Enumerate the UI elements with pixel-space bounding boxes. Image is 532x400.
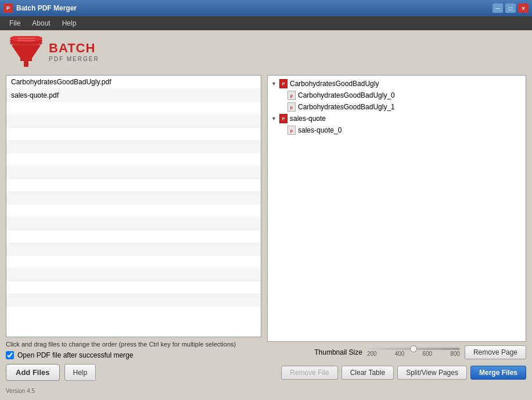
empty-row [6,217,261,230]
left-panel: CarbohydratesGoodBadUgly.pdf sales-quote… [6,75,261,359]
open-pdf-checkbox[interactable] [6,351,14,359]
split-view-pages-button[interactable]: Split/View Pages [397,366,467,380]
tree-node-1-child-1[interactable]: p CarbohydratesGoodBadUgly_1 [270,101,523,113]
empty-row [6,141,261,153]
empty-row [6,128,261,141]
svg-rect-5 [24,61,28,67]
app-title: Batch PDF Merger [16,4,77,12]
app-icon: P [3,3,13,13]
empty-row [6,153,261,166]
help-button[interactable]: Help [64,364,96,381]
bottom-right: Remove File Clear Table Split/View Pages… [281,366,526,380]
minimize-button[interactable]: ─ [493,3,503,13]
empty-row [6,243,261,256]
right-panel: ▼ P CarbohydratesGoodBadUgly p Carbohydr… [267,75,526,359]
menu-help[interactable]: Help [57,18,81,28]
remove-page-button[interactable]: Remove Page [465,345,526,359]
tree-node-2-child-0-label: sales-quote_0 [298,126,342,134]
tree-node-2[interactable]: ▼ P sales-quote [270,113,523,124]
close-button[interactable]: ✕ [518,3,529,13]
file-row[interactable]: sales-quote.pdf [6,89,261,102]
tree-arrow-1: ▼ [271,81,277,87]
pdf-page-icon: p [287,91,296,100]
title-bar: P Batch PDF Merger ─ □ ✕ [0,0,532,16]
menu-file[interactable]: File [5,18,25,28]
empty-row [6,192,261,205]
tree-node-2-label: sales-quote [290,115,326,123]
logo-area: BATCH PDF MERGER [6,36,526,68]
pdf-icon-2: P [279,114,287,123]
logo-subtext: PDF MERGER [49,56,99,62]
empty-row [6,281,261,294]
thumbnail-size-label: Thumbnail Size [314,348,362,356]
main-content: BATCH PDF MERGER CarbohydratesGoodBadUgl… [0,30,532,400]
panels: CarbohydratesGoodBadUgly.pdf sales-quote… [6,75,526,359]
pdf-page-icon: p [287,126,296,135]
bottom-left: Add Files Help [6,364,96,381]
empty-row [6,256,261,269]
thumbnail-row: Thumbnail Size 200 400 600 800 Remove Pa… [267,345,526,359]
slider-container: 200 400 600 800 [367,348,460,357]
tree-node-1-child-1-label: CarbohydratesGoodBadUgly_1 [298,103,395,111]
logo-batch-text: BATCH [49,42,99,55]
empty-row [6,269,261,281]
tree-node-1-child-0[interactable]: p CarbohydratesGoodBadUgly_0 [270,90,523,101]
logo-text: BATCH PDF MERGER [49,42,99,62]
maximize-button[interactable]: □ [505,3,516,13]
tree-node-1-label: CarbohydratesGoodBadUgly [290,80,379,88]
empty-row [6,179,261,192]
svg-marker-3 [12,45,41,58]
tree-view[interactable]: ▼ P CarbohydratesGoodBadUgly p Carbohydr… [267,75,526,342]
hint-text: Click and drag files to change the order… [6,341,261,348]
bottom-row: Add Files Help Remove File Clear Table S… [6,364,526,381]
tree-node-1[interactable]: ▼ P CarbohydratesGoodBadUgly [270,78,523,90]
empty-row [6,294,261,307]
version-text: Version 4.5 [6,388,526,394]
merge-files-button[interactable]: Merge Files [470,366,526,380]
empty-row [6,115,261,128]
file-row[interactable]: CarbohydratesGoodBadUgly.pdf [6,76,261,89]
menu-about[interactable]: About [27,18,55,28]
thumbnail-slider[interactable] [367,348,460,350]
empty-row [6,230,261,243]
tree-arrow-2: ▼ [271,116,277,122]
tree-node-1-child-0-label: CarbohydratesGoodBadUgly_0 [298,91,395,99]
add-files-button[interactable]: Add Files [6,364,60,381]
pdf-page-icon: p [287,102,296,112]
tree-node-2-child-0[interactable]: p sales-quote_0 [270,124,523,136]
checkbox-label: Open PDF file after successful merge [17,351,133,359]
menu-bar: File About Help [0,16,532,30]
slider-labels: 200 400 600 800 [367,351,460,357]
remove-file-button[interactable]: Remove File [281,366,337,380]
file-list[interactable]: CarbohydratesGoodBadUgly.pdf sales-quote… [6,75,261,337]
window-controls: ─ □ ✕ [493,3,529,13]
svg-rect-4 [20,58,32,61]
empty-row [6,102,261,115]
clear-table-button[interactable]: Clear Table [342,366,394,380]
pdf-icon-1: P [279,79,287,88]
empty-row [6,205,261,217]
logo-icon [6,36,46,68]
empty-row [6,166,261,179]
checkbox-row: Open PDF file after successful merge [6,351,261,359]
